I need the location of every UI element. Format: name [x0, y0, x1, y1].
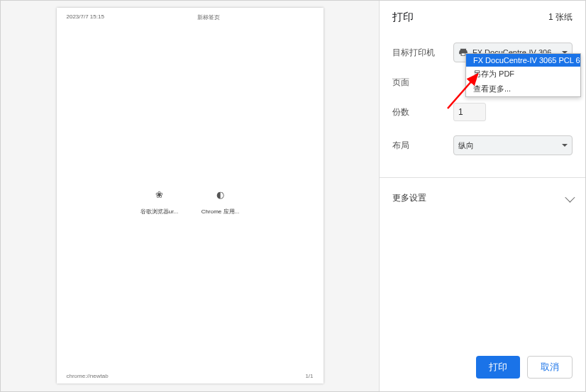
more-settings-label: 更多设置 [392, 192, 426, 204]
shortcut-label: Chrome 应用... [201, 208, 239, 215]
layout-select[interactable]: 纵向 [453, 135, 573, 155]
print-preview-area: 2023/7/7 15:15 新标签页 ❀ 谷歌浏览器ur... ◐ Chrom… [1, 1, 380, 391]
preview-footer-page: 1/1 [305, 373, 313, 379]
divider [380, 177, 585, 178]
destination-dropdown: FX DocuCentre-IV 3065 PCL 6 另存为 PDF 查看更多… [465, 53, 581, 97]
pages-label: 页面 [392, 77, 453, 89]
paw-icon: ❀ [153, 188, 166, 201]
chevron-down-icon [565, 192, 575, 202]
dropdown-option-see-more[interactable]: 查看更多... [466, 82, 580, 96]
shortcut-item: ◐ Chrome 应用... [199, 188, 242, 215]
copies-input[interactable] [453, 103, 486, 121]
preview-page: 2023/7/7 15:15 新标签页 ❀ 谷歌浏览器ur... ◐ Chrom… [57, 8, 324, 383]
more-settings-toggle[interactable]: 更多设置 [380, 184, 585, 213]
panel-title: 打印 [392, 11, 414, 24]
layout-value: 纵向 [458, 140, 474, 151]
shortcut-label: 谷歌浏览器ur... [140, 208, 178, 215]
print-settings-panel: 打印 1 张纸 目标打印机 FX DocuCentre-IV 306 页 [380, 1, 585, 391]
layout-label: 布局 [392, 140, 453, 152]
preview-timestamp: 2023/7/7 15:15 [67, 13, 104, 21]
chrome-apps-icon: ◐ [214, 188, 227, 201]
shortcut-item: ❀ 谷歌浏览器ur... [138, 188, 181, 215]
cancel-button[interactable]: 取消 [527, 356, 573, 379]
chevron-down-icon [562, 144, 568, 147]
dropdown-option-save-pdf[interactable]: 另存为 PDF [466, 67, 580, 82]
destination-label: 目标打印机 [392, 47, 453, 59]
dropdown-option[interactable]: FX DocuCentre-IV 3065 PCL 6 [466, 54, 580, 67]
copies-label: 份数 [392, 106, 453, 118]
preview-title: 新标签页 [104, 13, 314, 21]
sheet-count: 1 张纸 [548, 11, 573, 23]
preview-footer-url: chrome://newtab [67, 373, 109, 379]
print-button[interactable]: 打印 [476, 356, 520, 379]
